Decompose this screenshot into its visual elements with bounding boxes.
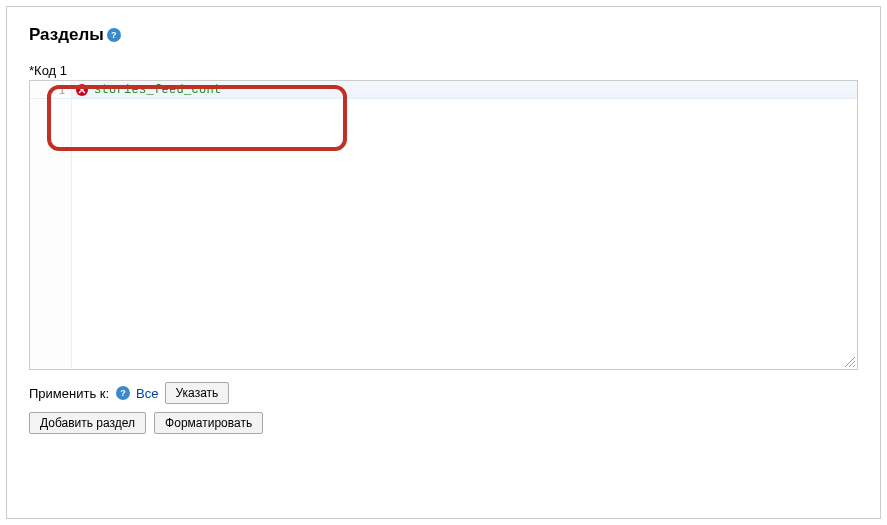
code-editor[interactable]: 1 stories_feed_cont [29,80,858,370]
apply-label: Применить к: [29,386,109,401]
error-gutter [72,81,92,98]
specify-button[interactable]: Указать [165,382,230,404]
apply-row: Применить к: ? Все Указать [29,382,858,404]
editor-body[interactable] [72,99,857,369]
code-content: stories_feed_cont [92,83,222,97]
line-number: 1 [30,81,72,98]
error-icon[interactable] [76,84,88,96]
section-title-text: Разделы [29,25,104,45]
add-section-button[interactable]: Добавить раздел [29,412,146,434]
gutter-background [30,99,72,369]
help-icon[interactable]: ? [116,386,130,400]
format-button[interactable]: Форматировать [154,412,263,434]
apply-all-link[interactable]: Все [136,386,158,401]
help-icon[interactable]: ? [107,28,121,42]
button-row: Добавить раздел Форматировать [29,412,858,434]
resize-handle[interactable] [842,354,856,368]
sections-panel: Разделы ? *Код 1 1 stories_feed_cont [6,6,881,519]
section-title: Разделы ? [29,25,858,45]
svg-line-4 [853,365,855,367]
code-label: *Код 1 [29,63,858,78]
code-line[interactable]: 1 stories_feed_cont [30,81,857,99]
